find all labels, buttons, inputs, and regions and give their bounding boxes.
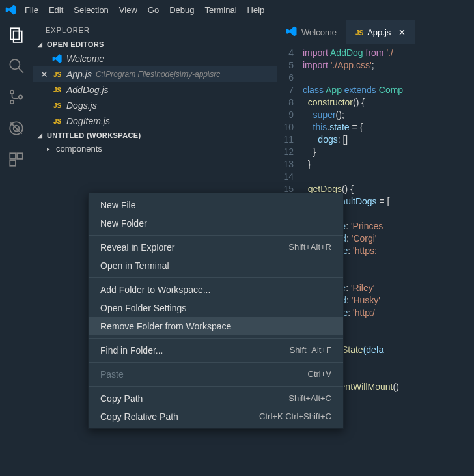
ctx-shortcut: Shift+Alt+R <box>288 242 331 253</box>
ctx-label: Paste <box>100 369 124 380</box>
menu-separator <box>89 338 343 339</box>
ctx-label: Find in Folder... <box>100 345 163 356</box>
ctx-label: New Folder <box>100 218 147 229</box>
svg-rect-1 <box>14 31 22 42</box>
ctx-shortcut: Ctrl+V <box>308 369 331 380</box>
svg-rect-10 <box>10 153 16 159</box>
ctx-add-folder-to-workspace[interactable]: Add Folder to Workspace... <box>89 281 343 299</box>
context-menu[interactable]: New FileNew FolderReveal in ExplorerShif… <box>88 193 344 429</box>
ctx-shortcut: Shift+Alt+C <box>288 393 331 404</box>
open-editors-header[interactable]: ◢OPEN EDITORS <box>33 38 277 51</box>
sidebar-title: EXPLORER <box>33 20 277 38</box>
ctx-open-folder-settings[interactable]: Open Folder Settings <box>89 299 343 317</box>
svg-point-4 <box>10 91 14 94</box>
menu-help[interactable]: Help <box>242 3 270 18</box>
menu-edit[interactable]: Edit <box>44 3 68 18</box>
file-name: Welcome <box>66 53 104 64</box>
menu-separator <box>89 235 343 236</box>
ctx-paste: PasteCtrl+V <box>89 365 343 384</box>
svg-line-3 <box>18 68 23 73</box>
menu-view[interactable]: View <box>114 3 143 18</box>
explorer-icon[interactable] <box>8 26 25 43</box>
vscode-icon <box>286 25 298 39</box>
file-name: AddDog.js <box>66 85 109 95</box>
svg-rect-0 <box>10 28 19 39</box>
open-editor-dogs-js[interactable]: JSDogs.js <box>33 98 277 113</box>
file-path: C:\Program Files\nodejs\my-app\src <box>96 70 220 79</box>
menu-terminal[interactable]: Terminal <box>199 3 242 18</box>
ctx-label: Copy Path <box>100 393 143 404</box>
svg-point-5 <box>10 100 14 104</box>
menu-debug[interactable]: Debug <box>164 3 199 18</box>
tab-welcome[interactable]: Welcome <box>277 20 346 44</box>
open-editor-welcome[interactable]: Welcome <box>33 51 277 66</box>
js-file-icon: JS <box>52 85 63 95</box>
open-editor-dogitem-js[interactable]: JSDogItem.js <box>33 113 277 129</box>
ctx-label: Add Folder to Workspace... <box>100 285 210 295</box>
tab-app-js[interactable]: JSApp.js✕ <box>346 20 415 44</box>
menubar: FileEditSelectionViewGoDebugTerminalHelp <box>0 0 474 20</box>
open-editor-adddog-js[interactable]: JSAddDog.js <box>33 82 277 98</box>
js-file-icon: JS <box>52 100 63 111</box>
ctx-new-folder[interactable]: New Folder <box>89 214 343 232</box>
vscode-logo-icon <box>5 4 17 16</box>
tab-label: App.js <box>367 27 391 37</box>
svg-point-2 <box>10 59 20 69</box>
menu-selection[interactable]: Selection <box>68 3 113 18</box>
file-name: App.js <box>66 69 92 79</box>
js-file-icon: JS <box>52 116 63 126</box>
js-file-icon: JS <box>52 69 63 79</box>
ctx-label: Copy Relative Path <box>100 412 178 422</box>
open-editor-app-js[interactable]: ✕JSApp.jsC:\Program Files\nodejs\my-app\… <box>33 66 277 82</box>
menu-separator <box>89 386 343 387</box>
menu-file[interactable]: File <box>20 3 44 18</box>
ctx-reveal-in-explorer[interactable]: Reveal in ExplorerShift+Alt+R <box>89 238 343 257</box>
activity-bar <box>0 20 33 476</box>
menu-separator <box>89 362 343 363</box>
file-name: Dogs.js <box>66 100 97 111</box>
ctx-copy-relative-path[interactable]: Copy Relative PathCtrl+K Ctrl+Shift+C <box>89 408 343 426</box>
svg-rect-11 <box>17 153 23 159</box>
close-icon[interactable]: ✕ <box>40 69 48 79</box>
ctx-shortcut: Shift+Alt+F <box>290 345 331 356</box>
menu-go[interactable]: Go <box>143 3 164 18</box>
ctx-label: Open in Terminal <box>100 260 169 271</box>
file-name: DogItem.js <box>66 116 110 126</box>
source-control-icon[interactable] <box>8 89 25 105</box>
js-file-icon: JS <box>356 27 363 37</box>
editor-tabs: WelcomeJSApp.js✕ <box>277 20 474 44</box>
workspace-header[interactable]: ◢UNTITLED (WORKSPACE) <box>33 129 277 142</box>
vscode-icon <box>52 53 63 64</box>
tree-item-components[interactable]: ▸components <box>33 142 277 156</box>
ctx-label: Reveal in Explorer <box>100 242 174 253</box>
ctx-label: Remove Folder from Workspace <box>100 321 231 331</box>
svg-line-8 <box>10 122 21 133</box>
debug-icon[interactable] <box>8 120 25 137</box>
ctx-label: Open Folder Settings <box>100 303 186 313</box>
ctx-label: New File <box>100 200 135 210</box>
ctx-open-in-terminal[interactable]: Open in Terminal <box>89 257 343 275</box>
search-icon[interactable] <box>8 57 25 74</box>
ctx-find-in-folder[interactable]: Find in Folder...Shift+Alt+F <box>89 341 343 359</box>
ctx-remove-folder-from-workspace[interactable]: Remove Folder from Workspace <box>89 317 343 335</box>
close-icon[interactable]: ✕ <box>398 27 406 37</box>
ctx-copy-path[interactable]: Copy PathShift+Alt+C <box>89 389 343 408</box>
extensions-icon[interactable] <box>8 151 25 168</box>
ctx-new-file[interactable]: New File <box>89 196 343 214</box>
svg-rect-12 <box>10 160 16 166</box>
ctx-shortcut: Ctrl+K Ctrl+Shift+C <box>259 412 331 422</box>
svg-point-6 <box>19 95 22 98</box>
menu-separator <box>89 277 343 278</box>
tab-label: Welcome <box>301 27 337 37</box>
